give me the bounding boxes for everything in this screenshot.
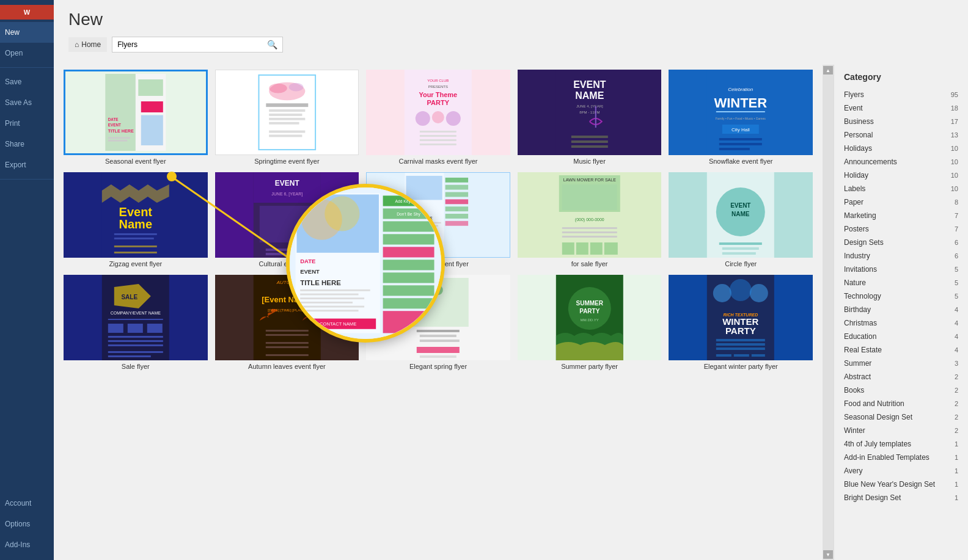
svg-rect-82	[446, 221, 468, 226]
sidebar-item-addins[interactable]: Add-Ins	[0, 534, 54, 555]
category-count: 1	[955, 454, 958, 461]
template-label: Springtime event flyer	[252, 158, 321, 165]
category-item[interactable]: Holiday10	[844, 169, 958, 182]
template-circle[interactable]: EVENT NAME Circle flyer	[669, 172, 813, 267]
category-item[interactable]: Christmas4	[844, 316, 958, 330]
category-item[interactable]: Add-in Enabled Templates1	[844, 451, 958, 464]
category-count: 5	[955, 279, 958, 286]
category-label: Abstract	[844, 373, 871, 381]
sidebar-item-options[interactable]: Options	[0, 514, 54, 534]
svg-rect-89	[562, 231, 617, 233]
home-button[interactable]: ⌂ Home	[68, 37, 107, 52]
svg-rect-41	[571, 140, 608, 143]
search-input[interactable]	[117, 40, 267, 49]
category-item[interactable]: Winter2	[844, 424, 958, 437]
svg-text:TITLE HERE: TITLE HERE	[408, 216, 433, 220]
template-seasonal-event[interactable]: DATE EVENT TITLE HERE Seasonal event fly…	[64, 70, 208, 165]
category-item[interactable]: Education4	[844, 330, 958, 343]
category-item[interactable]: Birthday4	[844, 303, 958, 316]
category-item[interactable]: Nature5	[844, 276, 958, 289]
category-item[interactable]: Event18	[844, 101, 958, 115]
svg-rect-123	[265, 354, 308, 356]
home-label: Home	[81, 40, 101, 49]
category-item[interactable]: Blue New Year's Design Set1	[844, 478, 958, 491]
category-count: 5	[955, 266, 958, 273]
svg-point-27	[416, 111, 430, 126]
category-label: Business	[844, 117, 874, 126]
template-forsale[interactable]: LAWN MOWER FOR SALE (000) 000-0000 for s…	[518, 172, 662, 267]
svg-rect-8	[141, 101, 163, 112]
category-item[interactable]: Announcements10	[844, 155, 958, 169]
category-item[interactable]: Posters7	[844, 222, 958, 236]
category-item[interactable]: Personal13	[844, 128, 958, 142]
category-item[interactable]: Paper8	[844, 195, 958, 209]
category-item[interactable]: Food and Nutrition2	[844, 397, 958, 410]
svg-rect-19	[269, 122, 299, 125]
svg-rect-70	[406, 176, 442, 200]
sidebar-item-open[interactable]: Open	[0, 43, 54, 64]
category-item[interactable]: 4th of July templates1	[844, 437, 958, 451]
template-cultural[interactable]: EVENT JUNE 6, [YEAR] Cultural event flye…	[215, 172, 359, 267]
template-carnival[interactable]: YOUR CLUB PRESENTS Your Theme PARTY Carn…	[366, 70, 510, 165]
template-label: Elegant spring flyer	[407, 363, 469, 370]
content-wrapper: DATE EVENT TITLE HERE Seasonal event fly…	[54, 65, 968, 560]
svg-rect-113	[108, 351, 163, 353]
svg-text:EVENT: EVENT	[108, 123, 121, 127]
svg-text:DATE: DATE	[108, 117, 119, 122]
category-item[interactable]: Summer3	[844, 357, 958, 370]
category-item[interactable]: Industry6	[844, 249, 958, 263]
category-item[interactable]: Flyers95	[844, 88, 958, 101]
template-sale[interactable]: SALE COMPANY/EVENT NAME Sale flyer	[64, 275, 208, 370]
category-count: 13	[951, 131, 958, 139]
svg-rect-114	[108, 355, 151, 357]
search-box: 🔍	[112, 37, 283, 53]
category-item[interactable]: Invitations5	[844, 263, 958, 276]
category-item[interactable]: Abstract2	[844, 370, 958, 384]
category-item[interactable]: Marketing7	[844, 209, 958, 222]
template-music[interactable]: EVENT NAME JUNE 4, [YEAR] 8PM - 11PM Mus…	[518, 70, 662, 165]
svg-text:NAME: NAME	[575, 90, 604, 101]
svg-text:MM.DD.YY: MM.DD.YY	[581, 318, 599, 322]
sidebar-item-export[interactable]: Export	[0, 155, 54, 175]
template-elegant[interactable]: Elegant spring flyer	[366, 275, 510, 370]
sidebar-item-save[interactable]: Save	[0, 71, 54, 92]
category-item[interactable]: Labels10	[844, 182, 958, 195]
sidebar-item-print[interactable]: Print	[0, 113, 54, 134]
sidebar-item-saveas[interactable]: Save As	[0, 92, 54, 113]
template-label: Snowflake event flyer	[706, 158, 776, 165]
template-autumn[interactable]: AUTUMN [Event Name] [DATE] [TIME] [PLACE…	[215, 275, 359, 370]
svg-text:EVENT: EVENT	[573, 79, 606, 90]
category-item[interactable]: Real Estate4	[844, 343, 958, 357]
category-item[interactable]: Business17	[844, 115, 958, 128]
category-item[interactable]: Technology5	[844, 289, 958, 303]
template-winter[interactable]: RICH TEXTURED WINTER PARTY Elegant winte…	[669, 275, 813, 370]
category-count: 7	[955, 225, 958, 233]
template-snowflake[interactable]: Celebration WINTER Family • Fun • Food •…	[669, 70, 813, 165]
sidebar-item-share[interactable]: Share	[0, 134, 54, 155]
search-button[interactable]: 🔍	[267, 40, 277, 49]
category-label: Summer	[844, 359, 871, 368]
svg-rect-128	[420, 335, 457, 337]
category-item[interactable]: Holidays10	[844, 142, 958, 155]
svg-rect-79	[446, 199, 468, 204]
sidebar-item-new[interactable]: New	[0, 22, 54, 43]
template-summer[interactable]: SUMMER PARTY MM.DD.YY Summer party flyer	[518, 275, 662, 370]
sidebar-item-account[interactable]: Account	[0, 493, 54, 514]
svg-text:8PM - 11PM: 8PM - 11PM	[579, 111, 600, 114]
svg-rect-51	[719, 143, 762, 145]
scroll-up-button[interactable]: ▲	[823, 66, 833, 75]
svg-rect-76	[446, 178, 468, 183]
template-seasonal2[interactable]: DATE EVENT TITLE HERE Seasonal	[366, 172, 510, 267]
category-count: 6	[955, 252, 958, 260]
category-item[interactable]: Design Sets6	[844, 236, 958, 249]
template-zigzag[interactable]: Event Name Zigzag event flyer	[64, 172, 208, 267]
category-item[interactable]: Seasonal Design Set2	[844, 410, 958, 424]
category-item[interactable]: Books2	[844, 384, 958, 397]
category-item[interactable]: Avery1	[844, 464, 958, 478]
svg-text:NAME: NAME	[732, 211, 750, 217]
svg-rect-75	[408, 225, 438, 227]
template-springtime[interactable]: Springtime event flyer	[215, 70, 359, 165]
category-item[interactable]: Bright Design Set1	[844, 491, 958, 504]
scroll-down-button[interactable]: ▼	[823, 550, 833, 559]
svg-text:Your Theme: Your Theme	[419, 91, 458, 98]
